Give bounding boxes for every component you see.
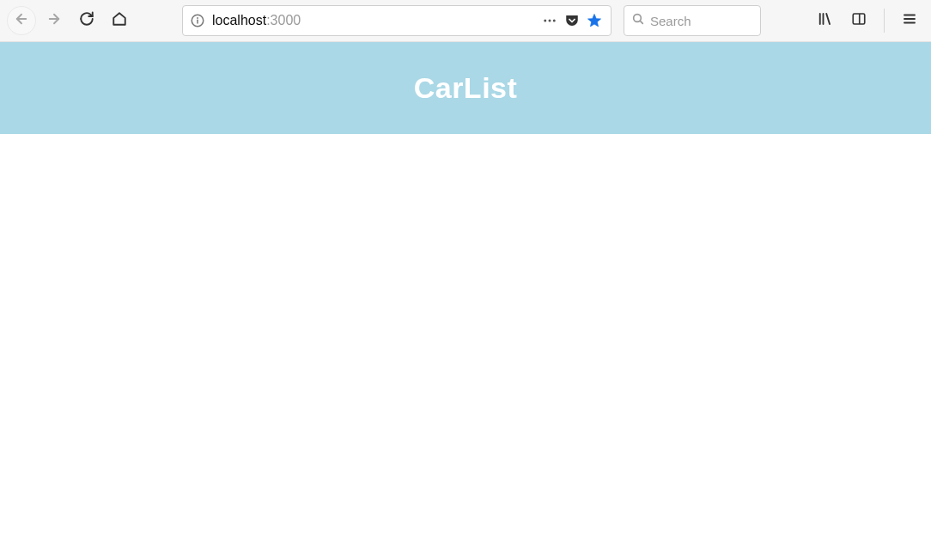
site-info-icon[interactable] [190,13,205,28]
svg-point-6 [549,20,551,22]
url-host: localhost [212,13,266,28]
url-bar[interactable]: localhost:3000 [182,5,612,36]
page-title: CarList [414,71,518,104]
toolbar-divider [884,9,885,33]
pocket-icon[interactable] [564,13,580,28]
sidebar-button[interactable] [844,6,873,35]
svg-point-5 [544,20,546,22]
search-input[interactable] [650,14,753,28]
url-right-icons [542,13,604,28]
home-icon [112,11,127,30]
svg-line-13 [826,14,830,24]
url-text[interactable]: localhost:3000 [212,13,535,28]
browser-toolbar: localhost:3000 [0,0,931,42]
library-button[interactable] [810,6,839,35]
reload-button[interactable] [72,6,101,35]
page-content: CarList [0,42,931,560]
search-icon [631,12,645,29]
more-dots-icon[interactable] [542,13,557,28]
svg-point-4 [197,17,198,19]
bookmark-star-icon[interactable] [587,13,602,28]
forward-button[interactable] [40,6,69,35]
back-button[interactable] [7,6,36,35]
svg-point-7 [553,20,556,22]
search-bar[interactable] [624,5,761,36]
url-port: :3000 [266,13,301,28]
arrow-left-icon [14,11,29,30]
svg-line-10 [640,21,642,23]
hamburger-menu-button[interactable] [895,6,924,35]
reload-icon [79,11,94,30]
library-icon [817,11,832,30]
arrow-right-icon [46,11,62,30]
right-tools [767,6,924,35]
sidebar-icon [851,11,867,30]
svg-marker-8 [588,15,601,27]
app-header: CarList [0,42,931,134]
hamburger-icon [902,11,917,30]
home-button[interactable] [105,6,134,35]
